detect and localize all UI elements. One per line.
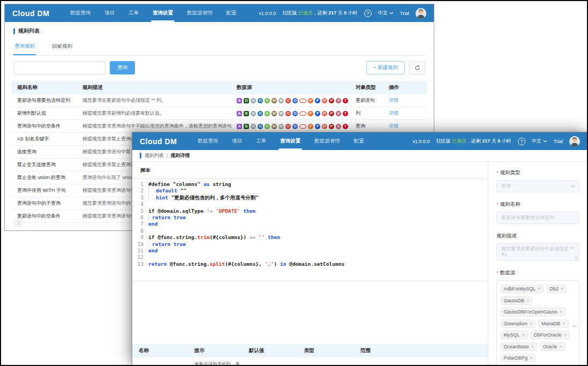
param-row: columns 更新必须包含的列，多个用逗号分割 string xyxy=(132,357,488,366)
tag-remove-icon[interactable]: × xyxy=(564,332,567,338)
rule-form-pane: *规则类型 查询 *规则名称 更新语句需要包含特定列 规则描述 规范要求在更新语… xyxy=(488,162,587,365)
col-param-range: 范围 xyxy=(354,347,488,354)
rule-name-label: *规则名称 xyxy=(496,201,579,208)
tag-remove-icon[interactable]: × xyxy=(562,321,565,326)
code-line: 8 xyxy=(132,228,488,234)
user-avatar[interactable] xyxy=(569,136,580,147)
version-label: v1.0.0.0 xyxy=(259,11,276,16)
help-icon[interactable]: ? xyxy=(364,10,372,17)
postgresql-icon: P xyxy=(329,98,334,103)
language-label: 中文 xyxy=(378,10,388,17)
tag-remove-icon[interactable]: × xyxy=(522,332,525,338)
tag-label: Db2 xyxy=(549,286,559,292)
rule-desc-label: 规则描述 xyxy=(496,233,579,240)
datasource-tag-gaussdbforopengauss: GaussDBForOpenGauss× xyxy=(501,308,566,316)
mysql-icon: M xyxy=(278,124,284,129)
gaussdb-icon: G xyxy=(251,111,256,116)
nav-item-5[interactable]: 配置 xyxy=(220,4,244,22)
rule-type-select[interactable]: 查询 xyxy=(496,180,579,192)
line-number: 12 xyxy=(132,254,148,260)
tag-remove-icon[interactable]: × xyxy=(531,344,534,349)
mariadb-icon: M xyxy=(272,111,277,116)
nav-item-5[interactable]: 配置 xyxy=(347,132,371,150)
detail-link[interactable]: 详情 xyxy=(383,110,431,117)
tab-query-rules[interactable]: 查询规则 xyxy=(13,39,36,55)
polardbpg-icon: P xyxy=(308,98,313,103)
line-number: 10 xyxy=(132,241,148,248)
breadcrumb-separator: / xyxy=(167,153,168,159)
tag-remove-icon[interactable]: × xyxy=(561,286,563,292)
mysql-icon: M xyxy=(278,98,284,103)
remaining-days: 217 xyxy=(482,138,490,144)
nav-item-0[interactable]: 数据查询 xyxy=(191,132,225,150)
script-pane: 脚本 1#define "columns" as string2default … xyxy=(132,162,488,365)
code-line: 4 xyxy=(132,201,488,207)
search-button[interactable]: 查询 xyxy=(110,61,135,74)
avatar-icon xyxy=(416,8,426,19)
detail-link[interactable]: 详情 xyxy=(383,97,431,104)
object-type-cell: 查询 xyxy=(350,123,383,130)
code-line: 3hint "更新必须包含的列，多个用逗号分割" xyxy=(132,195,488,201)
col-rule-desc: 规则描述 xyxy=(77,84,231,91)
rule-name-value: 更新语句需要包含特定列 xyxy=(501,214,554,221)
nav-item-3[interactable]: 查询设置 xyxy=(146,4,180,22)
tidb-icon: T xyxy=(343,124,348,129)
tidb-icon: T xyxy=(343,98,348,103)
code-text: end xyxy=(148,221,157,227)
help-icon[interactable]: ? xyxy=(518,138,525,145)
tag-remove-icon[interactable]: × xyxy=(526,298,529,303)
user-avatar[interactable] xyxy=(416,8,426,19)
script-editor[interactable]: 1#define "columns" as string2default ""3… xyxy=(132,178,488,281)
code-line: 2default "" xyxy=(132,188,488,194)
refresh-icon xyxy=(414,65,420,71)
breadcrumb-rule-list[interactable]: 规则列表 xyxy=(145,152,164,159)
rule-name-cell: 更新语句需要包含特定列 xyxy=(12,97,77,104)
nav-item-4[interactable]: 数据源管理 xyxy=(307,132,347,150)
app-logo: Cloud DM xyxy=(140,137,177,146)
sqlserver-icon: S xyxy=(336,111,341,116)
datasource-tag-db2: Db2× xyxy=(546,285,567,293)
new-rule-button[interactable]: + 新建规则 xyxy=(366,61,405,74)
rule-desc-textarea[interactable]: 规范要求在更新语句中必须指定 ** 列。 xyxy=(496,243,579,261)
tag-remove-icon[interactable]: × xyxy=(530,321,532,326)
polardbmysql-icon: P xyxy=(315,111,320,116)
nav-item-3[interactable]: 查询设置 xyxy=(273,132,307,150)
avatar-icon xyxy=(569,136,580,147)
datasource-multiselect[interactable]: AdbForMySQL×Db2×GaussDB×GaussDBForOpenGa… xyxy=(496,280,579,365)
nav-item-1[interactable]: 项目 xyxy=(225,132,249,150)
code-text: return @func.string.split(#{columns}, ',… xyxy=(148,261,344,267)
greenplum-icon: G xyxy=(265,124,270,129)
nav-item-4[interactable]: 数据源管理 xyxy=(180,4,220,22)
code-line: 1#define "columns" as string xyxy=(132,181,488,188)
search-input[interactable] xyxy=(13,61,105,74)
adbformysql-icon: A xyxy=(237,111,242,116)
language-selector[interactable]: 中文 xyxy=(378,10,394,17)
nav-item-1[interactable]: 项目 xyxy=(97,4,122,22)
tag-remove-icon[interactable]: × xyxy=(538,286,540,292)
nav-item-2[interactable]: 工单 xyxy=(249,132,273,150)
chevron-down-icon xyxy=(572,325,577,328)
breadcrumb: 规则列表 / 规则详情 xyxy=(132,150,587,162)
sqlserver-icon: S xyxy=(336,124,341,129)
col-object-type: 对象类型 xyxy=(350,84,383,91)
toolbar-right: + 新建规则 xyxy=(366,61,425,74)
tag-remove-icon[interactable]: × xyxy=(560,309,562,315)
language-selector[interactable]: 中文 xyxy=(532,138,547,145)
polardbx-icon: P xyxy=(322,124,327,129)
rule-desc-label-text: 规则描述 xyxy=(496,233,517,238)
tab-masking-rules[interactable]: 脱敏规则 xyxy=(51,39,73,55)
pagination-page-1[interactable]: 1 xyxy=(14,219,23,227)
detail-link[interactable]: 详情 xyxy=(383,123,431,130)
rule-name-input[interactable]: 更新语句需要包含特定列 xyxy=(496,212,579,224)
nav-item-2[interactable]: 工单 xyxy=(122,4,146,22)
polardbmysql-icon: P xyxy=(315,124,320,129)
gaussdbforopengauss-icon: G xyxy=(258,98,263,103)
nav-item-0[interactable]: 数据查询 xyxy=(63,4,97,22)
tag-remove-icon[interactable]: × xyxy=(530,355,532,361)
rule-name-cell: 查询语句中的空条件 xyxy=(12,123,77,130)
refresh-button[interactable] xyxy=(409,61,425,74)
code-line: 6return true xyxy=(132,214,488,221)
oceanbase-icon: O xyxy=(292,124,298,129)
mysql-icon: M xyxy=(278,111,284,116)
tag-remove-icon[interactable]: × xyxy=(559,344,562,349)
